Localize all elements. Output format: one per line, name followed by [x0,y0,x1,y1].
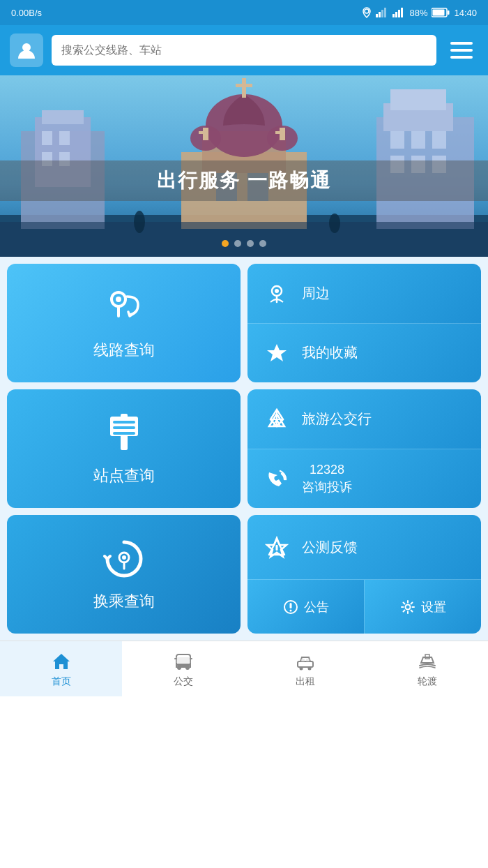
svg-rect-73 [298,661,313,667]
route-icon [102,285,146,330]
svg-rect-58 [113,426,135,429]
svg-rect-43 [432,131,446,149]
status-icons: 88% 14:40 [362,7,477,18]
notice-settings-row: 公告 设置 [247,580,481,634]
dot-4[interactable] [259,240,266,247]
nearby-icon [264,280,289,306]
svg-point-75 [307,666,311,670]
dot-3[interactable] [247,240,254,247]
nearby-tile[interactable]: 周边 [247,264,481,324]
transfer-query-label: 换乘查询 [93,591,155,612]
dot-2[interactable] [234,240,241,247]
svg-rect-4 [384,8,386,17]
svg-point-63 [276,552,278,554]
nav-home[interactable]: 首页 [0,641,122,696]
banner-text: 出行服务 一路畅通 [0,160,488,201]
svg-rect-15 [450,56,473,59]
notice-icon [283,599,298,615]
route-query-label: 线路查询 [93,340,155,361]
svg-rect-29 [236,84,252,87]
bus-icon [172,650,195,673]
svg-rect-77 [306,659,310,661]
svg-rect-76 [301,659,305,661]
search-box[interactable] [52,35,436,66]
svg-rect-21 [42,131,52,145]
svg-rect-13 [450,42,473,45]
nav-home-label: 首页 [52,675,71,688]
svg-point-67 [405,604,410,609]
settings-label: 设置 [421,599,446,615]
battery-percent: 88% [409,8,427,18]
svg-rect-65 [289,603,291,608]
transfer-query-tile[interactable]: 换乘查询 [7,515,241,634]
svg-rect-59 [113,432,135,435]
nearby-label: 周边 [302,284,330,303]
svg-rect-14 [450,49,473,52]
svg-rect-69 [176,657,190,663]
ferry-icon [416,650,439,673]
feedback-tile[interactable]: 公测反馈 [247,515,481,580]
dot-1[interactable] [222,240,229,247]
settings-tile[interactable]: 设置 [365,580,481,634]
svg-rect-11 [448,10,450,15]
svg-point-61 [122,555,126,560]
menu-button[interactable] [445,33,478,67]
svg-rect-35 [275,131,285,134]
favorites-label: 我的收藏 [302,343,358,362]
svg-rect-6 [395,12,397,17]
svg-rect-62 [276,545,278,551]
bottom-right-col: 公测反馈 公告 [247,515,481,634]
svg-rect-28 [242,78,246,98]
battery-icon [432,8,450,17]
notice-tile[interactable]: 公告 [247,580,365,634]
svg-rect-20 [42,110,84,124]
4g-icon [392,8,405,17]
stop-icon [102,411,146,456]
avatar-button[interactable] [10,33,43,67]
svg-point-51 [116,297,121,302]
route-query-tile[interactable]: 线路查询 [7,264,241,382]
tourism-icon [264,406,289,431]
status-bar: 0.00B/s 88% 14:40 [0,0,488,25]
time: 14:40 [454,8,477,18]
svg-rect-40 [390,89,446,110]
tourism-label: 旅游公交行 [302,410,372,428]
favorites-icon [264,341,289,366]
nav-bus[interactable]: 公交 [122,641,244,696]
search-input[interactable] [61,44,427,57]
nearby-favorites-col: 周边 我的收藏 [247,264,481,382]
nav-taxi[interactable]: 出租 [244,641,366,696]
menu-icon [450,40,473,60]
svg-point-53 [275,289,279,293]
svg-rect-8 [401,8,403,17]
svg-point-0 [365,9,369,13]
bottom-nav: 首页 公交 出租 [0,641,488,696]
header [0,25,488,75]
svg-rect-2 [379,12,381,17]
favorites-tile[interactable]: 我的收藏 [247,324,481,383]
nav-ferry-label: 轮渡 [418,675,437,688]
main-grid: 线路查询 周边 我的收藏 [0,257,488,641]
svg-rect-3 [381,10,383,17]
banner: 出行服务 一路畅通 [0,75,488,257]
feedback-icon [264,534,289,560]
svg-rect-41 [390,131,404,149]
tourism-tile[interactable]: 旅游公交行 [247,389,481,449]
notice-label: 公告 [304,599,329,615]
transfer-icon [102,537,146,581]
stop-query-tile[interactable]: 站点查询 [7,389,241,508]
svg-rect-22 [59,131,70,145]
svg-rect-10 [433,10,445,16]
hotline-icon [264,466,289,491]
svg-point-49 [329,214,340,233]
taxi-icon [294,650,317,673]
tourism-hotline-col: 旅游公交行 12328 咨询投诉 [247,389,481,508]
hotline-label: 12328 咨询投诉 [302,461,352,496]
nav-ferry[interactable]: 轮渡 [366,641,488,696]
signal-icon [376,8,388,17]
svg-rect-5 [392,14,395,17]
user-icon [17,40,36,60]
hotline-tile[interactable]: 12328 咨询投诉 [247,449,481,509]
svg-marker-54 [267,344,287,361]
location-icon [362,7,372,18]
